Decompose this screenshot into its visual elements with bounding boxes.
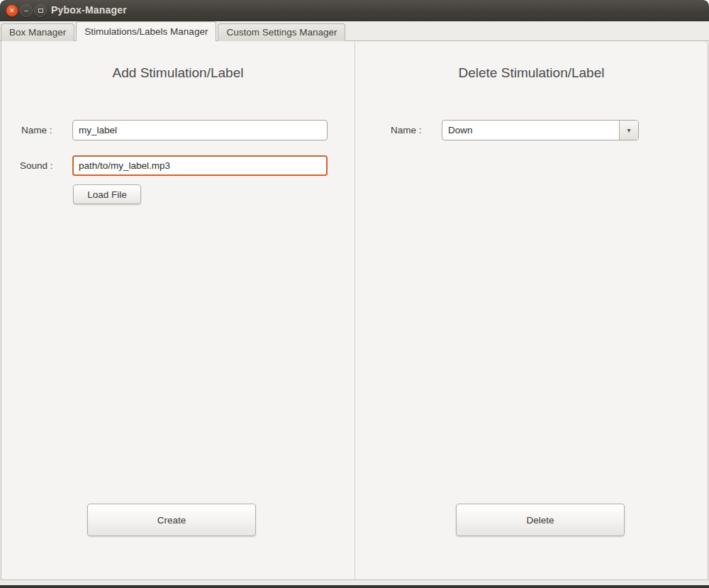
maximize-icon: [38, 9, 43, 13]
tab-bar: Box Manager Stimulations/Labels Manager …: [0, 21, 709, 41]
maximize-button[interactable]: [34, 4, 47, 17]
window-bottom-edge: [0, 585, 709, 588]
name-input[interactable]: [72, 120, 328, 140]
add-panel-title: Add Stimulation/Label: [1, 65, 354, 81]
titlebar: ✕ – Pybox-Manager: [0, 0, 709, 21]
combobox-selected-value: Down: [442, 121, 619, 140]
sound-input[interactable]: [72, 155, 328, 176]
tab-content: Add Stimulation/Label Name : Sound : Loa…: [1, 41, 708, 580]
tab-custom-settings-manager[interactable]: Custom Settings Manager: [218, 23, 345, 41]
add-sound-label: Sound :: [20, 155, 53, 176]
window-title: Pybox-Manager: [51, 0, 127, 21]
app-window: ✕ – Pybox-Manager Box Manager Stimulatio…: [0, 0, 709, 588]
delete-panel-title: Delete Stimulation/Label: [355, 65, 708, 81]
delete-button[interactable]: Delete: [456, 504, 625, 536]
load-file-button[interactable]: Load File: [73, 184, 141, 204]
delete-name-label: Name :: [391, 120, 422, 140]
chevron-down-icon: ▾: [627, 127, 630, 134]
close-icon: ✕: [9, 8, 15, 14]
add-panel: Add Stimulation/Label Name : Sound : Loa…: [1, 41, 354, 579]
delete-panel: Delete Stimulation/Label Name : Down ▾ D…: [355, 41, 708, 579]
minimize-icon: –: [24, 7, 28, 14]
add-name-label: Name :: [21, 120, 52, 140]
minimize-button[interactable]: –: [20, 4, 33, 17]
tab-stimulations-labels-manager[interactable]: Stimulations/Labels Manager: [76, 21, 216, 41]
name-combobox[interactable]: Down ▾: [442, 120, 639, 140]
create-button[interactable]: Create: [87, 504, 256, 536]
combobox-dropdown-button[interactable]: ▾: [619, 121, 638, 140]
tab-box-manager[interactable]: Box Manager: [1, 23, 74, 41]
close-button[interactable]: ✕: [6, 4, 18, 17]
